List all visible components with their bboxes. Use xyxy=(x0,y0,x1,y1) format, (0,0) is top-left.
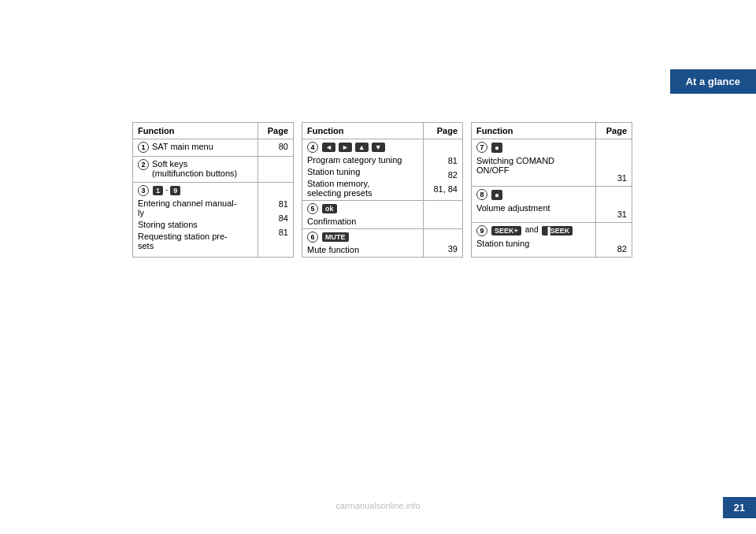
badge-up: ▲ xyxy=(355,143,369,152)
table-row: 3 1 - 9 Entering channel manual-ly Stori… xyxy=(133,182,294,257)
table-1: Function Page 1 SAT main menu 80 2 xyxy=(132,122,294,258)
table-row: 2 Soft keys(multifunction buttons) xyxy=(133,157,294,183)
table2-row4-page: 81 82 81, 84 xyxy=(423,139,462,201)
table2-row6-function: 6 MUTE Mute function xyxy=(302,229,424,258)
table1-page-header: Page xyxy=(258,123,294,139)
table3-row9-page: 82 xyxy=(596,222,632,257)
table2-row5-page xyxy=(423,201,462,229)
circle-3: 3 xyxy=(138,185,149,196)
badge-seekplus: SEEK+ xyxy=(491,226,521,235)
table3-row9-function: 9 SEEK+ and ▐SEEK Station tuning xyxy=(472,222,596,257)
badge-mute: MUTE xyxy=(322,232,349,242)
table-3: Function Page 7 ● Switching COMANDON/OFF… xyxy=(471,122,632,258)
table-row: 7 ● Switching COMANDON/OFF 31 xyxy=(472,139,632,187)
table-row: 9 SEEK+ and ▐SEEK Station tuning 82 xyxy=(472,222,632,257)
table-row: 4 ◄ ► ▲ ▼ Program category tuning Statio… xyxy=(302,139,463,201)
circle-2: 2 xyxy=(138,159,149,170)
circle-8: 8 xyxy=(476,189,487,200)
table1-row3-function: 3 1 - 9 Entering channel manual-ly Stori… xyxy=(133,182,258,257)
table3-function-header: Function xyxy=(472,123,596,139)
badge-1: 1 xyxy=(153,186,163,195)
table-row: 6 MUTE Mute function 39 xyxy=(302,229,463,258)
table1-function-header: Function xyxy=(133,123,258,139)
table2-row4-function: 4 ◄ ► ▲ ▼ Program category tuning Statio… xyxy=(302,139,424,201)
table3-row8-function: 8 ● Volume adjustment xyxy=(472,187,596,222)
tables-container: Function Page 1 SAT main menu 80 2 xyxy=(132,122,632,258)
circle-1: 1 xyxy=(138,142,149,153)
table1-row3-page: 81 84 81 xyxy=(258,182,294,257)
table2-function-header: Function xyxy=(302,123,424,139)
table1-row2-function: 2 Soft keys(multifunction buttons) xyxy=(133,157,258,183)
circle-4: 4 xyxy=(307,142,318,153)
table3-row7-page: 31 xyxy=(596,139,632,187)
badge-9: 9 xyxy=(170,186,180,195)
table1-row1-page: 80 xyxy=(258,139,294,157)
page-number: 21 xyxy=(723,497,756,518)
badge-right: ► xyxy=(339,143,352,152)
badge-dot2: ● xyxy=(491,190,502,200)
watermark: carmanualsonline.info xyxy=(335,501,420,510)
table3-row8-page: 31 xyxy=(596,187,632,222)
table1-row2-page xyxy=(258,157,294,183)
table2-row6-page: 39 xyxy=(423,229,462,258)
table2-row5-function: 5 ok Confirmation xyxy=(302,201,424,229)
table-row: 1 SAT main menu 80 xyxy=(133,139,294,157)
table-row: 5 ok Confirmation xyxy=(302,201,463,229)
badge-left: ◄ xyxy=(322,143,335,152)
badge-dot1: ● xyxy=(491,143,502,153)
circle-9: 9 xyxy=(476,225,487,236)
badge-down: ▼ xyxy=(372,143,385,152)
table3-page-header: Page xyxy=(596,123,632,139)
badge-ok: ok xyxy=(322,204,337,213)
table-2: Function Page 4 ◄ ► ▲ ▼ Program category… xyxy=(302,122,463,258)
table1-row1-function: 1 SAT main menu xyxy=(133,139,258,157)
table2-page-header: Page xyxy=(423,123,462,139)
table3-row7-function: 7 ● Switching COMANDON/OFF xyxy=(472,139,596,187)
circle-6: 6 xyxy=(307,232,318,243)
at-a-glance-banner: At a glance xyxy=(670,69,756,94)
table-row: 8 ● Volume adjustment 31 xyxy=(472,187,632,222)
circle-5: 5 xyxy=(307,203,318,214)
circle-7: 7 xyxy=(476,142,487,153)
badge-seek: ▐SEEK xyxy=(542,226,573,235)
